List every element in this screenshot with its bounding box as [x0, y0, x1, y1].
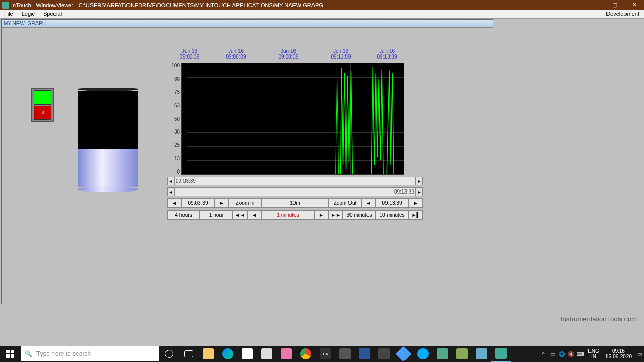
clock[interactable]: 09:16 16-06-2020: [602, 348, 635, 359]
keyboard-icon[interactable]: ⌨: [576, 346, 585, 362]
scroll-right-icon[interactable]: ►: [416, 187, 423, 196]
svg-rect-1: [11, 350, 14, 353]
x-tick-4: Jun 1609:13:39: [377, 48, 397, 60]
step-fwd-button[interactable]: ►: [214, 198, 229, 208]
switch-off[interactable]: 0: [34, 106, 51, 120]
minimize-button[interactable]: —: [585, 0, 605, 10]
time-span-display: 10m: [262, 198, 328, 208]
search-icon: 🔍: [25, 350, 32, 357]
app-icon-6[interactable]: [472, 346, 491, 362]
battery-icon[interactable]: ▭: [548, 346, 557, 362]
scroll-left-icon[interactable]: ◄: [167, 187, 174, 196]
controls-row-2: 4 hours 1 hour ◄◄ ◄ 1 minutes ► ►► 30 mi…: [167, 210, 423, 220]
y-tick: 88: [167, 76, 180, 82]
search-placeholder: Type here to search: [36, 350, 91, 357]
start-time-display: 09:03:39: [181, 198, 214, 208]
tank-body: [78, 91, 138, 187]
span-4h-button[interactable]: 4 hours: [167, 210, 200, 220]
controls-row-1: ◄ 09:03:39 ► Zoom In 10m Zoom Out ◄ 09:1…: [167, 198, 423, 208]
tank-fill: [78, 149, 138, 187]
switch-on[interactable]: [34, 90, 51, 105]
store-icon[interactable]: [237, 346, 257, 362]
fwd-button[interactable]: ►: [314, 210, 328, 220]
teamviewer-icon[interactable]: [413, 346, 433, 362]
search-box[interactable]: 🔍 Type here to search: [21, 346, 159, 361]
development-label[interactable]: Development!: [603, 10, 644, 18]
trend-chart: Jun 1609:03:39 Jun 1609:06:09 Jun 1609:0…: [167, 48, 423, 220]
tia-icon[interactable]: TIA: [316, 346, 335, 362]
trend-body: 100 88 75 63 50 38 25 13 0: [167, 63, 423, 175]
zoom-out-button[interactable]: Zoom Out: [328, 198, 361, 208]
app-path: C:\USERS\ARFAT\ONEDRIVE\DOCUMENTS\MY INT…: [79, 2, 323, 8]
step-fwd-end-button[interactable]: ►: [409, 198, 423, 208]
menu-special[interactable]: Special: [39, 10, 66, 18]
app-icon-5[interactable]: [452, 346, 472, 362]
close-button[interactable]: ✕: [624, 0, 644, 10]
end-time-display: 09:13:39: [376, 198, 409, 208]
word-icon[interactable]: [355, 346, 374, 362]
mail-icon[interactable]: [257, 346, 277, 362]
back-button[interactable]: ◄: [247, 210, 262, 220]
tank-bottom: [78, 187, 138, 192]
scroll-top: ◄ 09:03:39 ►: [167, 177, 423, 185]
intouch-icon[interactable]: [491, 346, 511, 362]
step-back-end-button[interactable]: ◄: [361, 198, 376, 208]
x-tick-2: Jun 1609:08:39: [279, 48, 299, 60]
explorer-icon[interactable]: [198, 346, 218, 362]
span-1h-button[interactable]: 1 hour: [200, 210, 233, 220]
title-bar: InTouch - WindowViewer - C:\USERS\ARFAT\…: [0, 0, 644, 10]
volume-icon[interactable]: 🔇: [566, 346, 576, 362]
watermark: InstrumentationTools.com: [561, 315, 637, 323]
edge-icon[interactable]: [218, 346, 237, 362]
toggle-switch[interactable]: 0: [31, 88, 54, 122]
menu-bar: File Logic Special Development!: [0, 10, 644, 19]
x-tick-3: Jun 1609:11:09: [331, 48, 351, 60]
app-icon-2[interactable]: [374, 346, 394, 362]
paint-icon[interactable]: [277, 346, 296, 362]
taskbar: 🔍 Type here to search TIA ^ ▭ 🌐 🔇 ⌨ ENG …: [0, 346, 644, 362]
start-button[interactable]: [0, 346, 21, 362]
x-tick-0: Jun 1609:03:39: [180, 48, 200, 60]
tray-up-icon[interactable]: ^: [539, 346, 548, 362]
y-tick: 50: [167, 116, 180, 122]
notifications-icon[interactable]: ▭: [635, 346, 644, 362]
scroll-track-bottom[interactable]: 09:13:39: [174, 187, 416, 196]
graph-window-body: 0 Jun 1609:03:39 Jun 1609:06:09 Jun 1609…: [2, 28, 493, 304]
language-indicator[interactable]: ENG IN: [585, 348, 602, 359]
maximize-button[interactable]: ▢: [605, 0, 624, 10]
svg-rect-0: [6, 350, 10, 353]
app-icon: [2, 2, 9, 9]
skip-end-button[interactable]: ►▌: [409, 210, 423, 220]
svg-rect-3: [11, 354, 14, 358]
app-icon-3[interactable]: [394, 346, 413, 362]
workspace: MY NEW_GRAPH 0 Jun 1609:03:39 Jun 1609:0…: [0, 19, 644, 346]
scroll-right-icon[interactable]: ►: [416, 177, 423, 185]
y-tick: 25: [167, 142, 180, 148]
y-tick: 100: [167, 63, 180, 68]
x-axis-labels: Jun 1609:03:39 Jun 1609:06:09 Jun 1609:0…: [167, 48, 423, 63]
rewind-button[interactable]: ◄◄: [233, 210, 247, 220]
title-sep: -: [73, 2, 79, 8]
cortana-icon[interactable]: [159, 346, 179, 362]
app-icon-4[interactable]: [433, 346, 452, 362]
menu-file[interactable]: File: [0, 10, 17, 18]
scroll-track-top[interactable]: 09:03:39: [174, 177, 416, 185]
span-30m-button[interactable]: 30 minutes: [343, 210, 376, 220]
menu-logic[interactable]: Logic: [17, 10, 39, 18]
step-back-button[interactable]: ◄: [167, 198, 181, 208]
ffwd-button[interactable]: ►►: [328, 210, 343, 220]
chrome-icon[interactable]: [296, 346, 316, 362]
graph-window: MY NEW_GRAPH 0 Jun 1609:03:39 Jun 1609:0…: [1, 19, 493, 304]
y-tick: 13: [167, 156, 180, 161]
y-tick: 63: [167, 103, 180, 108]
trend-plot[interactable]: [187, 63, 404, 175]
scroll-left-icon[interactable]: ◄: [167, 177, 174, 185]
system-tray: ^ ▭ 🌐 🔇 ⌨ ENG IN 09:16 16-06-2020 ▭: [539, 346, 644, 362]
plot-margin: [181, 63, 187, 175]
app-icon-1[interactable]: [335, 346, 355, 362]
zoom-in-button[interactable]: Zoom In: [229, 198, 262, 208]
y-tick: 75: [167, 89, 180, 95]
span-10m-button[interactable]: 10 minutes: [376, 210, 409, 220]
taskview-icon[interactable]: [179, 346, 198, 362]
network-icon[interactable]: 🌐: [557, 346, 566, 362]
